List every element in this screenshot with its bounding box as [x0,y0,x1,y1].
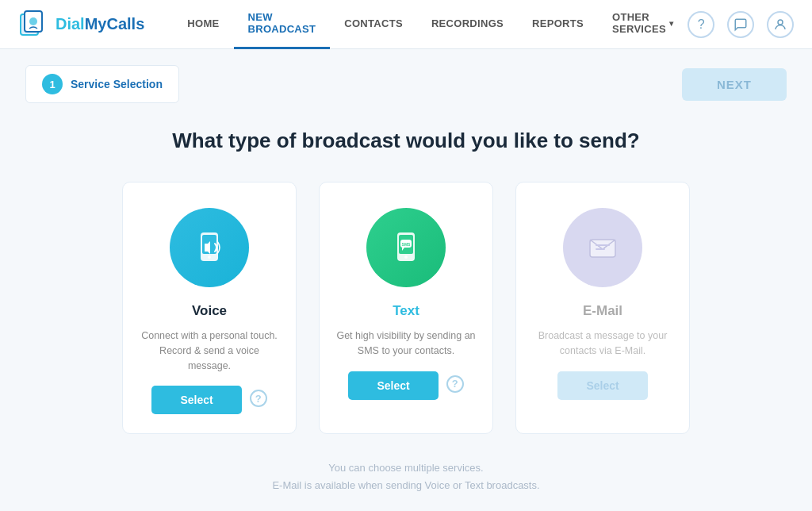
nav-other-services[interactable]: OTHER SERVICES ▾ [598,0,688,49]
email-card: E-Mail Broadcast a message to your conta… [515,182,690,434]
step-bar: 1 Service Selection NEXT [25,65,787,103]
svg-text:SMS: SMS [402,242,412,247]
svg-rect-15 [596,244,610,246]
voice-card-actions: Select ? [151,382,266,414]
svg-point-6 [208,256,211,259]
voice-card-title: Voice [192,303,227,319]
email-icon-circle [563,208,642,287]
footer-line2: E-Mail is available when sending Voice o… [25,477,787,494]
voice-card: Voice Connect with a personal touch. Rec… [122,182,297,434]
step-number: 1 [42,74,63,94]
nav-contacts[interactable]: CONTACTS [330,0,417,49]
email-card-desc: Broadcast a message to your contacts via… [532,328,673,359]
text-icon-circle: SMS [366,208,446,287]
svg-point-3 [778,20,783,25]
main-content: 1 Service Selection NEXT What type of br… [0,49,812,511]
chat-icon-button[interactable] [727,11,754,38]
text-help-icon[interactable]: ? [446,375,464,393]
logo-text: DialMyCalls [56,15,144,33]
text-select-button[interactable]: Select [348,371,438,400]
email-select-button: Select [557,371,647,400]
step-badge: 1 Service Selection [25,65,179,103]
text-card-desc: Get high visibility by sending an SMS to… [335,328,477,359]
next-button[interactable]: NEXT [682,68,787,101]
voice-select-button[interactable]: Select [151,386,241,414]
svg-point-9 [404,256,408,259]
text-card-actions: Select ? [348,368,463,400]
nav-reports[interactable]: REPORTS [518,0,598,49]
broadcast-cards: Voice Connect with a personal touch. Rec… [25,182,787,434]
svg-point-2 [29,17,37,25]
user-icon-button[interactable] [767,11,794,38]
voice-phone-icon [188,226,231,269]
voice-card-desc: Connect with a personal touch. Record & … [139,328,280,373]
navigation: DialMyCalls HOME NEW BROADCAST CONTACTS … [0,0,812,49]
text-card: SMS Text Get high visibility by sending … [319,182,493,434]
voice-icon-circle [170,208,249,287]
email-envelope-icon [584,229,622,267]
text-phone-icon: SMS [385,226,427,269]
footer-note: You can choose multiple services. E-Mail… [25,459,787,494]
nav-icon-group: ? [688,11,794,38]
footer-line1: You can choose multiple services. [25,459,787,477]
svg-rect-16 [596,248,605,250]
logo-icon [19,10,49,40]
logo[interactable]: DialMyCalls [19,10,144,40]
broadcast-question: What type of broadcast would you like to… [25,129,787,153]
voice-help-icon[interactable]: ? [250,390,267,407]
step-label: Service Selection [71,78,163,90]
nav-new-broadcast[interactable]: NEW BROADCAST [234,0,331,49]
nav-home[interactable]: HOME [173,0,233,49]
email-card-title: E-Mail [583,303,622,319]
chevron-down-icon: ▾ [669,19,673,28]
nav-links: HOME NEW BROADCAST CONTACTS RECORDINGS R… [173,0,688,49]
email-card-actions: Select [557,368,647,400]
help-icon-button[interactable]: ? [688,11,714,38]
nav-recordings[interactable]: RECORDINGS [417,0,518,49]
text-card-title: Text [393,303,419,319]
